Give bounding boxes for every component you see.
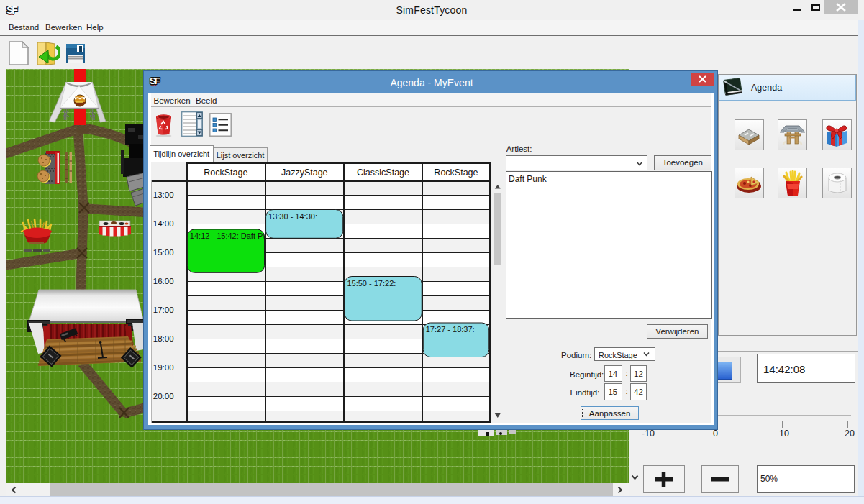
svg-text:RockStage: RockStage bbox=[434, 168, 478, 178]
svg-text:14:12 - 15:42: Daft Punk: 14:12 - 15:42: Daft Punk bbox=[189, 232, 276, 240]
svg-text:16:00: 16:00 bbox=[153, 277, 173, 285]
svg-text:13:30 - 14:30:: 13:30 - 14:30: bbox=[268, 212, 317, 221]
svg-text:17:27 - 18:37:: 17:27 - 18:37: bbox=[425, 325, 474, 334]
svg-text:15:00: 15:00 bbox=[153, 248, 173, 257]
svg-text:19:00: 19:00 bbox=[153, 363, 173, 372]
svg-text:14:00: 14:00 bbox=[153, 219, 173, 228]
svg-text:RockStage: RockStage bbox=[204, 168, 247, 178]
svg-text:20:00: 20:00 bbox=[153, 392, 173, 400]
svg-text:15:50 - 17:22:: 15:50 - 17:22: bbox=[347, 279, 396, 288]
svg-text:13:00: 13:00 bbox=[153, 191, 173, 199]
svg-text:17:00: 17:00 bbox=[153, 306, 173, 314]
svg-text:18:00: 18:00 bbox=[153, 334, 173, 343]
svg-text:ClassicStage: ClassicStage bbox=[357, 168, 409, 178]
svg-text:JazzyStage: JazzyStage bbox=[281, 168, 327, 178]
